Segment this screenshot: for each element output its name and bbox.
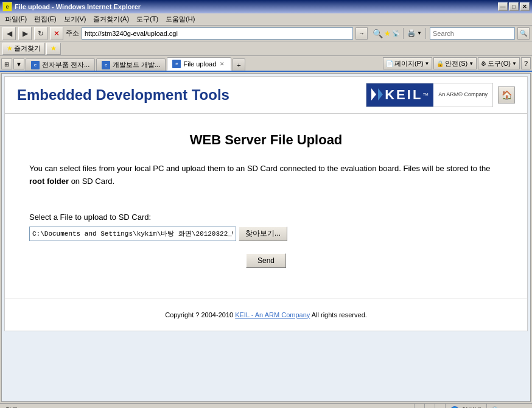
favorites-add-button[interactable]: ★: [46, 43, 61, 55]
add-favorite-icon: ★: [51, 44, 57, 52]
safety-icon: 🔒: [436, 60, 444, 67]
tab-label-1: 개발보드 개발...: [113, 60, 160, 69]
upload-label: Select a File to upload to SD Card:: [29, 213, 503, 222]
safety-button[interactable]: 🔒 안전(S) ▼: [433, 57, 477, 69]
header-title: Embedded Development Tools: [17, 86, 229, 104]
status-bar: 완료 🌐 인터넷 🔍 100% ▼: [0, 403, 532, 408]
send-btn-row: Send: [29, 253, 503, 268]
keil-tm: ™: [422, 92, 429, 99]
forward-button[interactable]: ▶: [18, 27, 32, 40]
page-icon: 📄: [386, 60, 393, 67]
window-title: File upload - Windows Internet Explorer: [15, 3, 498, 10]
status-seg-2: [424, 404, 435, 409]
search-go-button[interactable]: 🔍: [517, 27, 530, 40]
minimize-button[interactable]: —: [498, 2, 508, 11]
rss-icon: 📡: [392, 30, 399, 37]
send-button[interactable]: Send: [246, 253, 286, 268]
address-input[interactable]: [82, 27, 353, 40]
tabs-list: ⊞ ▼ e 전자부품 전자... e 개발보드 개발... e File upl…: [1, 57, 383, 71]
tools-dropdown-icon: ▼: [512, 61, 517, 66]
page-title: WEB Server File Upload: [29, 132, 503, 148]
tabs-right-toolbar: 📄 페이지(P) ▼ 🔒 안전(S) ▼ ⚙ 도구(O) ▼ ?: [383, 57, 531, 71]
favorites-button[interactable]: ★ 즐겨찾기: [2, 43, 45, 55]
tab-0[interactable]: e 전자부품 전자...: [26, 58, 95, 71]
browser-content: Embedded Development Tools KEIL ™ An ARM…: [1, 73, 531, 402]
internet-label: 인터넷: [461, 406, 481, 408]
keil-arm-text: An ARM® Company: [438, 91, 488, 99]
quick-tab-icon2[interactable]: ▼: [13, 58, 24, 69]
status-seg-3: [435, 404, 445, 409]
keil-logo: KEIL ™ An ARM® Company: [366, 83, 493, 107]
tab-favicon-1: e: [102, 61, 110, 69]
footer-rights: All rights reserved.: [312, 311, 367, 318]
menu-help[interactable]: 도움말(H): [162, 13, 198, 25]
page-content: WEB Server File Upload You can select fi…: [5, 114, 527, 298]
keil-text: KEIL: [385, 87, 422, 103]
close-button[interactable]: ✕: [520, 2, 530, 11]
back-button[interactable]: ◀: [2, 27, 16, 40]
file-input-row: 찾아보기...: [29, 227, 503, 241]
status-internet: 🌐 인터넷: [445, 404, 486, 409]
keil-subtitle: An ARM® Company: [433, 89, 492, 101]
favorites-toolbar: ★ 즐겨찾기 ★: [0, 41, 532, 56]
tab-label-0: 전자부품 전자...: [42, 60, 89, 69]
footer-link[interactable]: KEIL - An ARM Company: [235, 311, 310, 318]
new-tab-button[interactable]: +: [233, 58, 245, 71]
tab-close-2[interactable]: ✕: [219, 60, 226, 68]
tools-icon: ⚙: [481, 60, 486, 67]
title-bar: e File upload - Windows Internet Explore…: [0, 0, 532, 13]
tab-favicon-0: e: [31, 61, 40, 69]
tools-label: 도구(O): [488, 59, 511, 68]
refresh-button[interactable]: ↻: [34, 27, 47, 40]
page-header: Embedded Development Tools KEIL ™ An ARM…: [5, 77, 527, 114]
keil-logo-box: KEIL ™: [366, 83, 433, 107]
tab-1[interactable]: e 개발보드 개발...: [96, 58, 166, 71]
desc-bold: root folder: [29, 177, 69, 186]
home-button[interactable]: 🏠: [498, 86, 515, 104]
quick-tab-icon[interactable]: ⊞: [1, 58, 12, 69]
address-label: 주소: [66, 29, 79, 38]
safety-dropdown-icon: ▼: [469, 61, 474, 66]
desc-text: You can select files from your local PC …: [29, 164, 491, 173]
search-input[interactable]: [430, 27, 515, 40]
tab-label-2: File upload: [183, 60, 216, 68]
keil-logo-area: KEIL ™ An ARM® Company 🏠: [366, 83, 515, 107]
favorites-label: 즐겨찾기: [14, 44, 41, 53]
menu-edit[interactable]: 편집(E): [30, 13, 60, 25]
footer-copyright: Copyright ? 2004-2010: [165, 311, 233, 318]
page-button[interactable]: 📄 페이지(P) ▼: [383, 57, 433, 69]
window-controls: — □ ✕: [498, 2, 530, 11]
tabs-bar: ⊞ ▼ e 전자부품 전자... e 개발보드 개발... e File upl…: [0, 56, 532, 72]
live-search-icon: 🔍: [373, 29, 383, 38]
page-description: You can select files from your local PC …: [29, 163, 503, 188]
address-go-button[interactable]: →: [355, 27, 368, 40]
file-text-input[interactable]: [29, 227, 236, 241]
printer-dropdown-icon: ▼: [417, 30, 422, 36]
tools-button[interactable]: ⚙ 도구(O) ▼: [478, 57, 520, 69]
status-zoom: 🔍 100% ▼: [486, 404, 532, 409]
help-label: ?: [524, 60, 528, 67]
page-label: 페이지(P): [394, 59, 424, 68]
menu-view[interactable]: 보기(V): [60, 13, 90, 25]
menu-favorites[interactable]: 즐겨찾기(A): [89, 13, 133, 25]
maximize-button[interactable]: □: [509, 2, 519, 11]
page-dropdown-icon: ▼: [425, 61, 430, 66]
star-icon: ★: [7, 44, 13, 52]
status-left: 완료: [0, 406, 414, 408]
help-button[interactable]: ?: [521, 57, 531, 69]
menu-tools[interactable]: 도구(T): [133, 13, 162, 25]
address-bar: ◀ ▶ ↻ ✕ 주소 → 🔍 ★ 📡 🖨️ ▼ 🔍: [0, 26, 532, 41]
printer-icon: 🖨️: [407, 29, 416, 37]
safety-label: 안전(S): [445, 59, 467, 68]
page-footer: Copyright ? 2004-2010 KEIL - An ARM Comp…: [5, 298, 527, 331]
stop-button[interactable]: ✕: [50, 27, 63, 40]
tab-favicon-2: e: [172, 60, 181, 68]
tab-2[interactable]: e File upload ✕: [167, 57, 231, 71]
desc-end: on SD Card.: [71, 177, 115, 186]
browse-button[interactable]: 찾아보기...: [239, 227, 287, 241]
menu-file[interactable]: 파일(F): [1, 13, 30, 25]
menu-bar: 파일(F) 편집(E) 보기(V) 즐겨찾기(A) 도구(T) 도움말(H): [0, 13, 532, 26]
upload-section: Select a File to upload to SD Card: 찾아보기…: [29, 213, 503, 268]
internet-icon: 🌐: [450, 406, 459, 409]
ie-star-icon: ★: [384, 29, 391, 38]
